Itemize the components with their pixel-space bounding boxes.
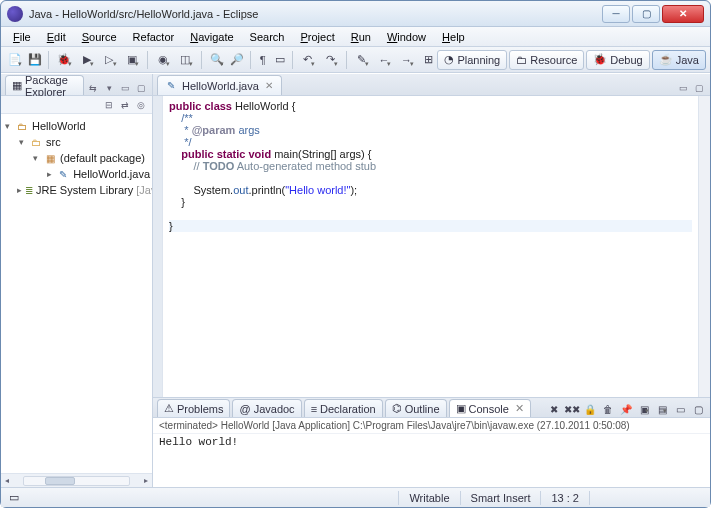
scroll-thumb[interactable] [45,477,75,485]
console-output[interactable]: Hello world! [153,434,710,487]
maximize-editor-icon[interactable]: ▢ [692,81,706,95]
scroll-track[interactable] [23,476,130,486]
close-button[interactable]: ✕ [662,5,704,23]
editor-tab-label: HelloWorld.java [182,80,259,92]
tree-default-package[interactable]: ▾ ▦ (default package) [3,150,150,166]
clear-console-icon[interactable]: 🗑 [600,401,616,417]
console-header: <terminated> HelloWorld [Java Applicatio… [153,418,710,434]
default-package-label: (default package) [60,152,145,164]
twisty-icon[interactable]: ▾ [17,137,26,147]
status-cursor-pos: 13 : 2 [541,492,589,504]
scroll-right-icon[interactable]: ▸ [140,476,152,486]
scroll-lock-icon[interactable]: 🔒 [582,401,598,417]
perspective-resource[interactable]: 🗀Resource [509,50,584,70]
perspective-planning[interactable]: ◔Planning [437,50,507,70]
debug-icon: 🐞 [593,53,607,66]
menu-edit[interactable]: Edit [39,29,74,45]
forward-button[interactable]: → [396,50,416,70]
close-tab-icon[interactable]: ✕ [265,80,273,91]
menu-window[interactable]: Window [379,29,434,45]
run-button[interactable]: ▶ [77,50,97,70]
menu-refactor[interactable]: Refactor [125,29,183,45]
twisty-icon[interactable]: ▸ [17,185,22,195]
search-button[interactable]: 🔎 [229,50,245,70]
link-editor-icon[interactable]: ⇆ [86,81,100,95]
code-editor[interactable]: public class HelloWorld { /** * @param a… [153,96,710,397]
overview-ruler[interactable] [698,96,710,397]
perspective-java[interactable]: ☕Java [652,50,706,70]
outline-icon: ⌬ [392,402,402,415]
twisty-icon[interactable]: ▸ [45,169,54,179]
toggle-mark-button[interactable]: ¶ [255,50,270,70]
debug-button[interactable]: 🐞 [54,50,74,70]
tab-javadoc[interactable]: @Javadoc [232,399,301,417]
twisty-icon[interactable]: ▾ [31,153,40,163]
folding-ruler[interactable] [153,96,163,397]
close-console-icon[interactable]: ✕ [515,402,524,415]
menu-source[interactable]: Source [74,29,125,45]
maximize-bottom-icon[interactable]: ▢ [690,401,706,417]
jre-version-label: [JavaSE-1.7] [136,184,152,196]
package-explorer-hscroll[interactable]: ◂ ▸ [1,473,152,487]
minimize-button[interactable]: ─ [602,5,630,23]
javadoc-icon: @ [239,403,250,415]
annotation-next-button[interactable]: ↷ [320,50,340,70]
new-package-button[interactable]: ◫ [175,50,195,70]
library-icon: ≣ [25,184,33,196]
declaration-icon: ≡ [311,403,317,415]
package-explorer-tab[interactable]: ▦ Package Explorer [5,75,84,95]
scroll-left-icon[interactable]: ◂ [1,476,13,486]
menu-file[interactable]: File [5,29,39,45]
tree-jre-library[interactable]: ▸ ≣ JRE System Library [JavaSE-1.7] [3,182,150,198]
run-last-button[interactable]: ▷ [99,50,119,70]
menu-run[interactable]: Run [343,29,379,45]
open-console-icon[interactable]: ▤ [654,401,670,417]
display-console-icon[interactable]: ▣ [636,401,652,417]
tree-src[interactable]: ▾ 🗀 src [3,134,150,150]
maximize-view-icon[interactable]: ▢ [134,81,148,95]
menu-navigate[interactable]: Navigate [182,29,241,45]
tree-java-file[interactable]: ▸ ✎ HelloWorld.java [3,166,150,182]
remove-launch-icon[interactable]: ✖ [546,401,562,417]
minimize-editor-icon[interactable]: ▭ [676,81,690,95]
back-button[interactable]: ← [374,50,394,70]
package-explorer-toolbar: ⊟ ⇄ ◎ [1,96,152,114]
bottom-tabbar: ⚠Problems @Javadoc ≡Declaration ⌬Outline… [153,398,710,418]
twisty-icon[interactable]: ▾ [3,121,12,131]
menu-search[interactable]: Search [242,29,293,45]
perspective-debug[interactable]: 🐞Debug [586,50,649,70]
minimize-view-icon[interactable]: ▭ [118,81,132,95]
package-explorer-tree[interactable]: ▾ 🗀 HelloWorld ▾ 🗀 src ▾ ▦ (default pack… [1,114,152,473]
tab-declaration[interactable]: ≡Declaration [304,399,383,417]
status-insert: Smart Insert [461,492,541,504]
tab-outline[interactable]: ⌬Outline [385,399,447,417]
menu-project[interactable]: Project [292,29,342,45]
last-edit-button[interactable]: ✎ [351,50,371,70]
tab-console[interactable]: ▣Console✕ [449,399,531,417]
minimize-bottom-icon[interactable]: ▭ [672,401,688,417]
link-icon[interactable]: ⇄ [118,98,132,112]
new-button[interactable]: 📄 [5,50,25,70]
open-type-button[interactable]: 🔍 [206,50,226,70]
toggle-block-button[interactable]: ▭ [272,50,287,70]
remove-all-icon[interactable]: ✖✖ [564,401,580,417]
collapse-all-icon[interactable]: ⊟ [102,98,116,112]
external-tools-button[interactable]: ▣ [122,50,142,70]
open-perspective-button[interactable]: ⊞ [421,50,436,70]
editor-tab-helloworld[interactable]: ✎ HelloWorld.java ✕ [157,75,282,95]
titlebar[interactable]: Java - HelloWorld/src/HelloWorld.java - … [1,1,710,27]
annotation-prev-button[interactable]: ↶ [298,50,318,70]
window-title: Java - HelloWorld/src/HelloWorld.java - … [29,8,602,20]
maximize-button[interactable]: ▢ [632,5,660,23]
view-menu-icon[interactable]: ▾ [102,81,116,95]
new-class-button[interactable]: ◉ [153,50,173,70]
code-area[interactable]: public class HelloWorld { /** * @param a… [163,96,698,397]
focus-task-icon[interactable]: ◎ [134,98,148,112]
fastview-icon[interactable]: ▭ [9,491,19,504]
save-button[interactable]: 💾 [27,50,43,70]
menu-help[interactable]: Help [434,29,473,45]
tree-project[interactable]: ▾ 🗀 HelloWorld [3,118,150,134]
pin-console-icon[interactable]: 📌 [618,401,634,417]
main-toolbar: 📄 💾 🐞 ▶ ▷ ▣ ◉ ◫ 🔍 🔎 ¶ ▭ ↶ ↷ ✎ ← → ⊞ ◔Pla… [1,47,710,73]
tab-problems[interactable]: ⚠Problems [157,399,230,417]
